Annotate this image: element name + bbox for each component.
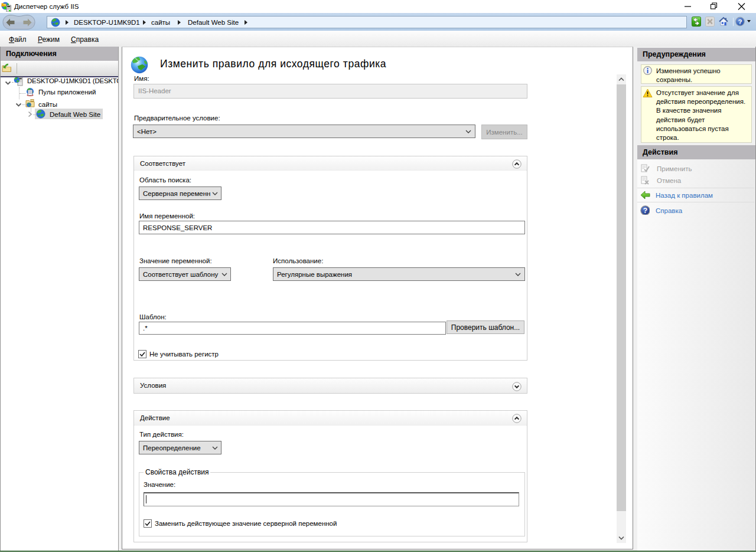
- svg-text:?: ?: [643, 207, 647, 215]
- svg-text:?: ?: [738, 18, 742, 25]
